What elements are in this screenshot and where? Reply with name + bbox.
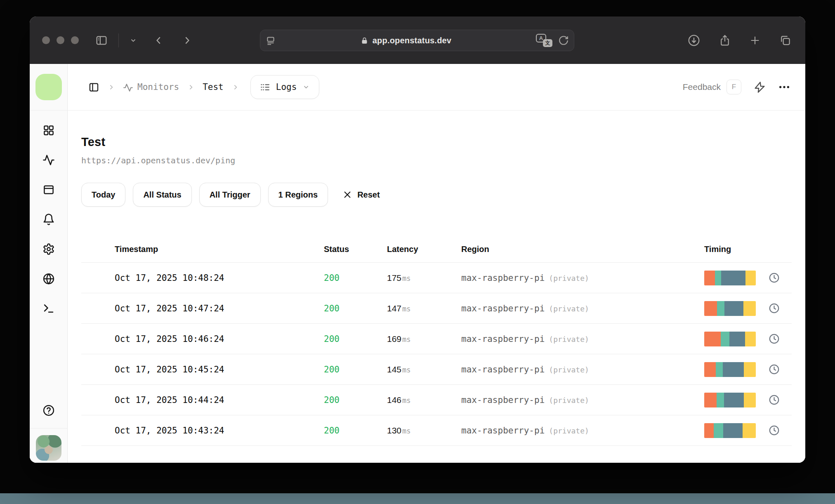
cell-timestamp: Oct 17, 2025 10:47:24 <box>115 304 324 313</box>
sidebar-item-settings[interactable] <box>42 243 55 255</box>
timing-details-button[interactable] <box>769 425 792 436</box>
reset-filters-button[interactable]: Reset <box>343 190 380 200</box>
url-domain: app.openstatus.dev <box>373 36 451 45</box>
share-button[interactable] <box>719 34 731 47</box>
app-sidebar-toggle-button[interactable] <box>88 82 99 93</box>
timing-details-button[interactable] <box>769 272 792 283</box>
new-tab-button[interactable] <box>749 35 761 46</box>
chevron-right-icon <box>182 35 192 46</box>
back-button[interactable] <box>153 35 164 46</box>
more-options-button[interactable] <box>778 81 790 93</box>
zap-icon <box>754 81 766 93</box>
page-settings-icon <box>265 35 276 46</box>
filter-regions[interactable]: 1 Regions <box>268 183 328 207</box>
table-row[interactable]: Oct 17, 2025 10:43:24 200 130ms max-rasp… <box>81 415 792 446</box>
timing-details-button[interactable] <box>769 303 792 314</box>
cell-timestamp: Oct 17, 2025 10:48:24 <box>115 273 324 283</box>
clock-icon <box>769 303 780 314</box>
panel-left-icon <box>88 82 99 93</box>
breadcrumb-monitor-name[interactable]: Test <box>203 82 224 92</box>
cell-timestamp: Oct 17, 2025 10:46:24 <box>115 334 324 344</box>
latency-unit: ms <box>402 305 410 313</box>
chevron-down-icon <box>302 83 310 91</box>
page-settings-button[interactable] <box>265 35 276 46</box>
address-bar[interactable]: app.openstatus.dev A文 <box>260 30 574 51</box>
browser-toolbar: app.openstatus.dev A文 <box>30 16 805 64</box>
page-title: Test <box>81 135 792 149</box>
sidebar-item-cli[interactable] <box>42 302 55 315</box>
grid-icon <box>42 124 55 137</box>
cell-timestamp: Oct 17, 2025 10:43:24 <box>115 426 324 436</box>
timing-bar <box>704 393 756 407</box>
clock-icon <box>769 364 780 375</box>
clock-icon <box>769 272 780 283</box>
share-icon <box>719 34 731 47</box>
forward-button[interactable] <box>182 35 192 46</box>
logs-table: Timestamp Status Latency Region Timing O… <box>81 236 792 446</box>
timing-details-button[interactable] <box>769 333 792 344</box>
zoom-window-button[interactable] <box>71 36 79 44</box>
tabs-icon <box>779 34 791 47</box>
translate-icon: A文 <box>536 34 552 47</box>
latency-unit: ms <box>402 396 410 405</box>
table-row[interactable]: Oct 17, 2025 10:47:24 200 147ms max-rasp… <box>81 293 792 324</box>
quick-actions-button[interactable] <box>754 81 766 93</box>
globe-icon <box>42 273 55 285</box>
sidebar-item-status-pages[interactable] <box>42 184 55 196</box>
cell-region: max-raspberry-pi(private) <box>461 304 704 313</box>
bell-icon <box>42 213 55 226</box>
sidebar-item-global[interactable] <box>42 273 55 285</box>
user-avatar[interactable] <box>36 435 61 461</box>
url-text-group: app.openstatus.dev <box>276 36 536 45</box>
minimize-window-button[interactable] <box>57 36 64 44</box>
workspace-logo[interactable] <box>35 74 62 100</box>
table-row[interactable]: Oct 17, 2025 10:44:24 200 146ms max-rasp… <box>81 385 792 415</box>
help-button[interactable] <box>42 404 55 417</box>
feedback-button[interactable]: Feedback F <box>683 80 741 94</box>
table-row[interactable]: Oct 17, 2025 10:48:24 200 175ms max-rasp… <box>81 263 792 293</box>
downloads-button[interactable] <box>687 34 701 47</box>
table-row[interactable]: Oct 17, 2025 10:46:24 200 169ms max-rasp… <box>81 324 792 354</box>
timing-details-button[interactable] <box>769 364 792 375</box>
panel-top-icon <box>42 184 55 196</box>
feedback-shortcut-key: F <box>726 80 741 94</box>
region-visibility-note: (private) <box>549 274 589 283</box>
cell-region: max-raspberry-pi(private) <box>461 395 704 405</box>
tab-overview-button[interactable] <box>779 34 791 47</box>
filter-time-range[interactable]: Today <box>81 183 125 207</box>
toolbar-divider <box>118 33 119 47</box>
plus-icon <box>749 35 761 46</box>
cell-status-code: 200 <box>324 365 387 374</box>
cell-latency: 169ms <box>387 334 461 344</box>
window-controls <box>42 36 79 44</box>
table-row[interactable]: Oct 17, 2025 10:45:24 200 145ms max-rasp… <box>81 354 792 385</box>
sidebar-item-notifications[interactable] <box>42 213 55 226</box>
translate-button[interactable]: A文 <box>536 34 552 47</box>
cell-region: max-raspberry-pi(private) <box>461 426 704 436</box>
cell-region: max-raspberry-pi(private) <box>461 334 704 344</box>
workspace-logo-container <box>30 64 67 111</box>
help-circle-icon <box>42 404 55 417</box>
content-area: Monitors Test Logs <box>68 64 805 463</box>
cell-latency: 145ms <box>387 365 461 374</box>
column-header-timestamp: Timestamp <box>115 245 324 254</box>
sidebar-item-monitors[interactable] <box>42 154 55 166</box>
filter-trigger[interactable]: All Trigger <box>199 183 261 207</box>
breadcrumb-monitors[interactable]: Monitors <box>123 82 179 92</box>
sidebar-chevron-button[interactable] <box>130 37 137 44</box>
filter-status[interactable]: All Status <box>133 183 191 207</box>
sidebar-icon <box>95 34 108 47</box>
reload-button[interactable] <box>558 35 569 46</box>
chevron-left-icon <box>153 35 164 46</box>
timing-bar <box>704 332 756 346</box>
region-visibility-note: (private) <box>549 426 589 435</box>
sidebar-item-dashboard[interactable] <box>42 124 55 137</box>
view-selector-button[interactable]: Logs <box>250 75 320 99</box>
close-window-button[interactable] <box>42 36 50 44</box>
timing-bar <box>704 362 756 377</box>
filter-bar: Today All Status All Trigger 1 Regions R… <box>81 183 792 207</box>
timing-details-button[interactable] <box>769 394 792 405</box>
browser-sidebar-toggle-button[interactable] <box>95 34 108 47</box>
cell-region: max-raspberry-pi(private) <box>461 273 704 283</box>
timing-bar <box>704 423 756 438</box>
